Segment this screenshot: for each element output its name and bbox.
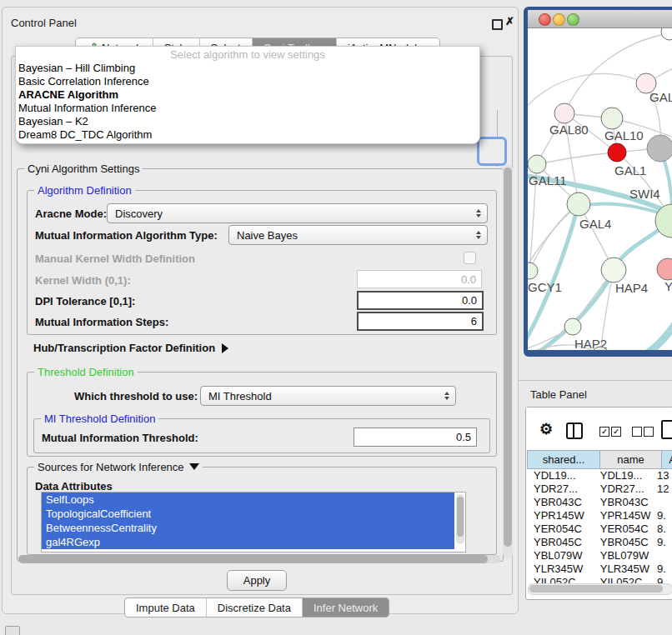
unchecked-checkbox-icon[interactable] xyxy=(644,427,654,437)
table-row[interactable]: YLR345WYLR345W9. xyxy=(527,562,672,576)
table-row[interactable]: YDL19...YDL19...13 xyxy=(527,469,672,482)
network-window-titlebar[interactable] xyxy=(528,10,672,28)
mi-type-select[interactable]: Naive Bayes xyxy=(228,225,488,245)
settings-hscrollbar-thumb[interactable] xyxy=(18,555,488,563)
minimize-traffic-light-icon[interactable] xyxy=(553,13,565,26)
column-header-name[interactable]: name xyxy=(600,450,662,469)
table-cell[interactable]: 9. xyxy=(653,509,672,522)
table-cell[interactable]: YDL19... xyxy=(595,469,653,482)
close-icon[interactable]: ✗ xyxy=(505,15,514,28)
table-cell[interactable]: YLR345W xyxy=(595,562,653,576)
column-header-shared[interactable]: shared... xyxy=(527,450,600,469)
gear-icon[interactable]: ⚙ xyxy=(539,422,553,437)
algorithm-option[interactable]: Bayesian – Hill Climbing xyxy=(16,62,479,75)
data-attribute-item[interactable]: BetweennessCentrality xyxy=(42,521,454,535)
table-cell[interactable]: YBR043C xyxy=(527,496,595,509)
table-cell[interactable]: YDR27... xyxy=(527,482,595,496)
data-attribute-item[interactable]: gal4RGexp xyxy=(42,535,454,549)
settings-scrollbar-thumb[interactable] xyxy=(504,168,512,547)
table-cell[interactable]: YDR27... xyxy=(595,482,653,496)
network-edge[interactable] xyxy=(634,320,672,350)
table-cell[interactable]: YPR145W xyxy=(595,509,653,522)
table-cell[interactable]: 12 xyxy=(653,482,672,496)
network-edge[interactable] xyxy=(537,152,617,164)
table-cell[interactable]: YDL19... xyxy=(527,469,595,482)
network-canvas[interactable]: GALGAL80GAL10GAL1GAL11SWI4GAL4GCY1HAP4YH… xyxy=(528,28,672,350)
table-cell[interactable] xyxy=(653,496,672,509)
table-cell[interactable] xyxy=(653,549,672,562)
kernel-width-field[interactable]: 0.0 xyxy=(357,270,482,288)
kernel-width-label: Kernel Width (0,1): xyxy=(35,274,131,287)
settings-vertical-scrollbar[interactable] xyxy=(503,165,513,558)
data-attribute-item[interactable]: TopologicalCoefficient xyxy=(42,507,454,521)
table-cell[interactable]: YBL079W xyxy=(595,549,653,562)
network-node-y[interactable] xyxy=(657,258,672,280)
sources-group-title[interactable]: Sources for Network Inference xyxy=(34,461,203,473)
zoom-traffic-light-icon[interactable] xyxy=(567,13,579,26)
table-cell[interactable]: 8. xyxy=(653,522,672,536)
mini-panel-tab[interactable] xyxy=(5,626,20,635)
network-node[interactable] xyxy=(661,28,672,40)
table-cell[interactable]: YBR043C xyxy=(595,496,653,509)
table-cell[interactable]: YBR045C xyxy=(595,536,653,549)
network-node-gal11[interactable] xyxy=(528,155,546,173)
aracne-mode-select[interactable]: Discovery xyxy=(107,203,488,223)
manual-kernel-checkbox[interactable] xyxy=(464,252,476,264)
network-node-hap4[interactable] xyxy=(601,258,626,282)
table-cell[interactable]: YBL079W xyxy=(527,549,595,562)
table-cell[interactable]: 13 xyxy=(653,469,672,482)
table-row[interactable]: YDR27...YDR27...12 xyxy=(527,482,672,496)
float-window-icon[interactable] xyxy=(492,19,503,30)
settings-horizontal-scrollbar[interactable] xyxy=(18,555,500,563)
table-row[interactable]: YER054CYER054C8. xyxy=(527,522,672,536)
table-horizontal-scrollbar[interactable] xyxy=(528,583,672,595)
network-edge[interactable] xyxy=(528,74,646,113)
checked-checkbox-icon[interactable]: ✓ xyxy=(611,427,621,437)
table-row[interactable]: YBL079WYBL079W xyxy=(527,549,672,562)
table-row[interactable]: YBR045CYBR045C9. xyxy=(527,536,672,549)
close-traffic-light-icon[interactable] xyxy=(539,13,551,26)
which-threshold-select[interactable]: MI Threshold xyxy=(200,386,456,406)
algorithm-option[interactable]: Bayesian – K2 xyxy=(16,115,479,128)
hub-definition-expander[interactable]: Hub/Transcription Factor Definition xyxy=(33,342,228,354)
data-attribute-item[interactable]: SelfLoops xyxy=(42,492,454,507)
table-cell[interactable]: YER054C xyxy=(527,522,595,536)
table-cell[interactable]: YBR045C xyxy=(527,536,595,549)
algorithm-option[interactable]: Dream8 DC_TDC Algorithm xyxy=(16,128,479,142)
table-cell[interactable]: YER054C xyxy=(595,522,653,536)
network-node-gal10[interactable] xyxy=(601,108,623,129)
list-scrollbar[interactable] xyxy=(456,494,464,544)
tab-discretize-data[interactable]: Discretize Data xyxy=(207,598,303,617)
mi-steps-field[interactable]: 6 xyxy=(357,312,484,331)
table-row[interactable]: YPR145WYPR145W9. xyxy=(527,509,672,522)
network-node-gcy1[interactable] xyxy=(528,262,538,279)
unchecked-checkbox-icon[interactable] xyxy=(632,427,642,437)
apply-button[interactable]: Apply xyxy=(227,570,287,591)
tab-impute-data[interactable]: Impute Data xyxy=(125,598,207,617)
table-row[interactable]: YBR043CYBR043C xyxy=(527,496,672,509)
data-attributes-list[interactable]: SelfLoopsTopologicalCoefficientBetweenne… xyxy=(41,492,466,552)
table-cell[interactable]: 9. xyxy=(653,536,672,549)
inference-algorithm-combo-fragment[interactable] xyxy=(477,137,507,166)
mi-threshold-field[interactable]: 0.5 xyxy=(354,428,477,447)
checked-checkbox-icon[interactable]: ✓ xyxy=(599,427,609,437)
network-node-gal80[interactable] xyxy=(554,103,574,123)
network-node-gal4[interactable] xyxy=(567,192,590,216)
split-view-icon[interactable] xyxy=(566,422,583,439)
dpi-tolerance-field[interactable]: 0.0 xyxy=(357,291,484,310)
network-node-hap2[interactable] xyxy=(564,318,581,335)
algorithm-option[interactable]: ARACNE Algorithm xyxy=(16,88,479,102)
column-header-a[interactable]: A xyxy=(662,450,672,469)
network-edge[interactable] xyxy=(529,204,579,271)
algorithm-option[interactable]: Mutual Information Inference xyxy=(16,102,479,115)
table-cell[interactable]: YLR345W xyxy=(527,562,595,576)
table-hscrollbar-thumb[interactable] xyxy=(529,585,663,592)
list-scrollbar-thumb[interactable] xyxy=(457,497,464,537)
document-icon[interactable] xyxy=(661,420,672,439)
network-node-gal1[interactable] xyxy=(608,143,626,162)
network-node[interactable] xyxy=(647,135,672,162)
table-cell[interactable]: 9. xyxy=(653,562,672,576)
algorithm-option[interactable]: Basic Correlation Inference xyxy=(16,75,479,88)
table-cell[interactable]: YPR145W xyxy=(527,509,595,522)
tab-infer-network[interactable]: Infer Network xyxy=(303,598,389,617)
